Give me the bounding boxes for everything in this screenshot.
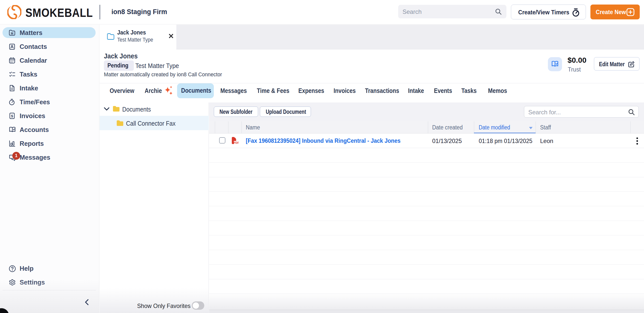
svg-text:$: $	[11, 114, 13, 118]
svg-text:M: M	[11, 32, 13, 35]
svg-text:PDF: PDF	[234, 142, 239, 144]
